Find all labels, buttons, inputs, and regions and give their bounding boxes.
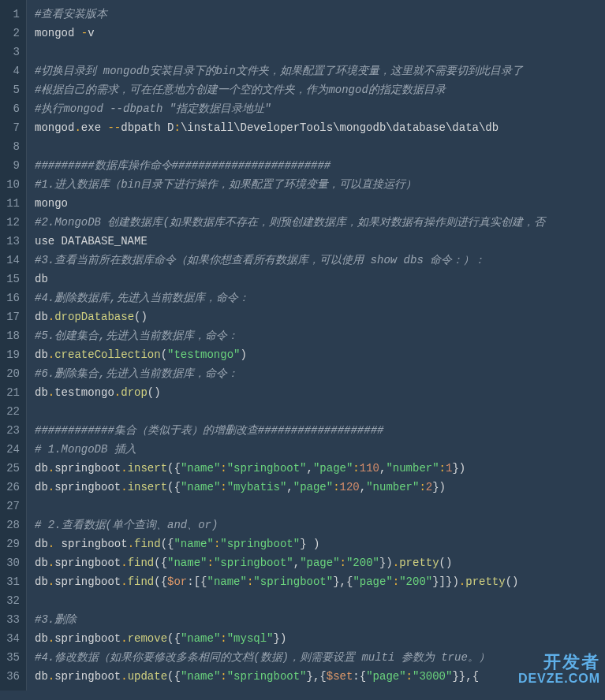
token-o: . [121, 557, 127, 569]
line-number: 28 [5, 516, 20, 534]
token-o: . [121, 481, 127, 493]
token-o: . [48, 670, 54, 683]
token-p: ) [240, 348, 246, 361]
line-number: 23 [5, 421, 20, 440]
token-s: "page" [353, 575, 392, 588]
token-s: "page" [300, 557, 339, 569]
token-p: \install\DeveloperTools\mongodb\database… [181, 121, 499, 134]
code-line[interactable] [35, 591, 605, 610]
code-line[interactable]: db.springboot.update({"name":"springboot… [35, 667, 605, 686]
line-gutter: 1234567891011121314151617181920212223242… [0, 0, 27, 691]
token-c: #4.删除数据库,先进入当前数据库，命令： [35, 292, 249, 304]
code-line[interactable]: mongod.exe --dbpath D:\install\Developer… [35, 118, 605, 137]
code-line[interactable]: db.springboot.insert({"name":"mybatis","… [35, 478, 605, 497]
code-line[interactable]: db.springboot.remove({"name":"mysql"}) [35, 629, 605, 648]
token-p: ( [161, 348, 167, 361]
line-number: 13 [5, 232, 20, 251]
token-o: . [48, 557, 54, 569]
token-dl: $or [167, 575, 187, 588]
line-number: 32 [5, 591, 20, 610]
code-line[interactable] [35, 43, 605, 61]
code-line[interactable]: ############集合（类似于表）的增删改查###############… [35, 421, 605, 440]
code-line[interactable]: #4.删除数据库,先进入当前数据库，命令： [35, 289, 605, 307]
token-m: pretty [399, 557, 439, 569]
code-line[interactable]: use DATABASE_NAME [35, 232, 605, 251]
code-line[interactable] [35, 402, 605, 421]
line-number: 31 [5, 572, 20, 591]
token-p: db [35, 481, 48, 493]
token-p: }) [274, 632, 287, 645]
token-p: ({ [154, 575, 167, 588]
code-line[interactable]: #执行mongod --dbpath "指定数据目录地址" [35, 99, 605, 118]
line-number: 27 [5, 497, 20, 516]
code-line[interactable]: #查看安装版本 [35, 5, 605, 24]
token-o: : [220, 670, 226, 683]
code-line[interactable]: #6.删除集合,先进入当前数据库，命令： [35, 364, 605, 383]
line-number: 10 [5, 175, 20, 194]
code-area[interactable]: #查看安装版本mongod -v #切换目录到 mongodb安装目录下的bin… [27, 0, 605, 691]
token-o: : [207, 557, 213, 569]
token-c: # 1.MongoDB 插入 [35, 443, 136, 456]
code-line[interactable]: # 2.查看数据(单个查询、and、or) [35, 516, 605, 534]
code-line[interactable]: mongo [35, 194, 605, 213]
token-s: "springboot" [214, 557, 293, 569]
token-p: springboot [54, 462, 121, 475]
line-number: 24 [5, 440, 20, 459]
code-line[interactable]: db.springboot.insert({"name":"springboot… [35, 459, 605, 478]
token-p: v [88, 27, 94, 39]
line-number: 30 [5, 553, 20, 572]
code-line[interactable]: #3.查看当前所在数据库命令（如果你想查看所有数据库，可以使用 show dbs… [35, 251, 605, 270]
code-line[interactable] [35, 497, 605, 516]
line-number: 8 [5, 137, 20, 156]
token-c: ############集合（类似于表）的增删改查###############… [35, 424, 383, 437]
line-number: 5 [5, 80, 20, 99]
token-p: () [148, 386, 161, 399]
code-line[interactable]: #########数据库操作命令######################## [35, 156, 605, 175]
token-p: ({ [167, 481, 181, 493]
token-o: . [128, 538, 134, 550]
token-p: db [35, 311, 48, 323]
code-line[interactable]: #1.进入数据库（bin目录下进行操作，如果配置了环境变量，可以直接运行） [35, 175, 605, 194]
code-line[interactable]: #2.MongoDB 创建数据库(如果数据库不存在，则预创建数据库，如果对数据有… [35, 213, 605, 232]
token-o: - [81, 27, 88, 39]
line-number: 17 [5, 307, 20, 326]
code-line[interactable]: db.springboot.find({$or:[{"name":"spring… [35, 572, 605, 591]
code-line[interactable]: #根据自己的需求，可在任意地方创建一个空的文件夹，作为mongod的指定数据目录 [35, 80, 605, 99]
line-number: 12 [5, 213, 20, 232]
token-m: remove [128, 632, 167, 645]
code-line[interactable]: #3.删除 [35, 610, 605, 629]
code-line[interactable]: db [35, 270, 605, 289]
code-line[interactable] [35, 137, 605, 156]
code-line[interactable]: #4.修改数据（如果你要修改多条相同的文档(数据)，则需要设置 multi 参数… [35, 648, 605, 667]
token-p: db [35, 462, 48, 475]
token-o: . [48, 311, 54, 323]
token-o: . [74, 121, 80, 134]
line-number: 6 [5, 99, 20, 118]
code-line[interactable]: #5.创建集合,先进入当前数据库，命令： [35, 326, 605, 345]
line-number: 9 [5, 156, 20, 175]
token-s: "name" [181, 462, 220, 475]
token-m: update [128, 670, 167, 683]
token-p: () [134, 311, 148, 323]
token-p: mongo [35, 197, 68, 210]
token-s: "3000" [413, 670, 452, 683]
line-number: 26 [5, 478, 20, 497]
token-c: #3.查看当前所在数据库命令（如果你想查看所有数据库，可以使用 show dbs… [35, 254, 485, 266]
line-number: 1 [5, 5, 20, 24]
code-line[interactable]: # 1.MongoDB 插入 [35, 440, 605, 459]
token-p: db [35, 273, 48, 285]
code-line[interactable]: db.springboot.find({"name":"springboot",… [35, 553, 605, 572]
code-line[interactable]: db. springboot.find({"name":"springboot"… [35, 534, 605, 553]
token-p: mongod [35, 121, 74, 134]
token-p: springboot [54, 670, 121, 683]
token-o: . [48, 538, 54, 550]
code-line[interactable]: db.dropDatabase() [35, 307, 605, 326]
code-line[interactable]: mongod -v [35, 24, 605, 43]
code-line[interactable]: db.createCollection("testmongo") [35, 345, 605, 364]
line-number: 4 [5, 61, 20, 80]
token-s: "number" [386, 462, 439, 475]
code-line[interactable]: db.testmongo.drop() [35, 383, 605, 402]
token-m: drop [121, 386, 148, 399]
code-line[interactable]: #切换目录到 mongodb安装目录下的bin文件夹，如果配置了环境变量，这里就… [35, 61, 605, 80]
code-editor[interactable]: 1234567891011121314151617181920212223242… [0, 0, 605, 691]
